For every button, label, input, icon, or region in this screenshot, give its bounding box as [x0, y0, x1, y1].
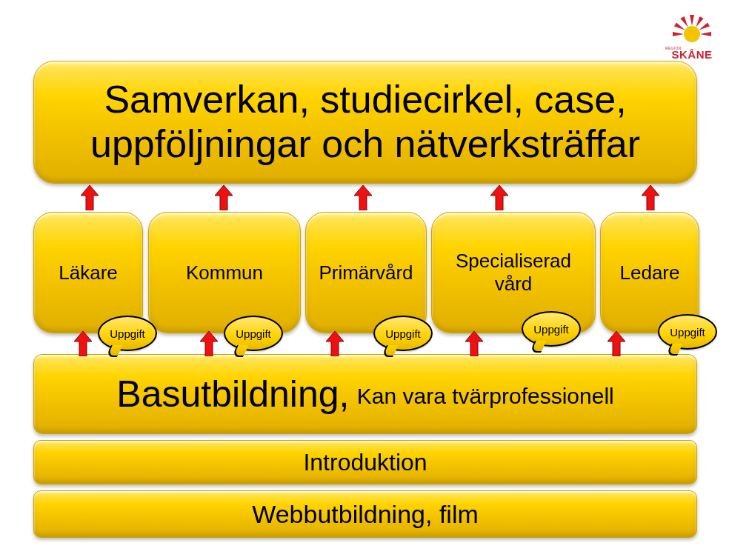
arrow-up-icon: [608, 331, 625, 356]
uppgift-bubble: Uppgift: [98, 316, 157, 351]
role-label: Primärvård: [319, 261, 413, 284]
uppgift-bubble: Uppgift: [373, 316, 433, 351]
uppgift-bubble: Uppgift: [522, 311, 581, 347]
arrow-up-icon: [74, 331, 92, 356]
svg-marker-5: [642, 185, 659, 210]
arrow-up-icon: [465, 331, 483, 356]
svg-marker-6: [74, 331, 92, 356]
webb-text: Webbutbildning, film: [252, 500, 479, 529]
svg-marker-8: [326, 331, 344, 356]
uppgift-bubble: Uppgift: [658, 314, 717, 350]
arrow-up-icon: [642, 185, 659, 210]
svg-marker-4: [490, 185, 508, 210]
top-samverkan-box: Samverkan, studiecirkel, case, uppföljni…: [33, 61, 697, 184]
top-text: Samverkan, studiecirkel, case, uppföljni…: [41, 78, 689, 167]
role-box-primarvard: Primärvård: [305, 212, 427, 333]
region-skane-logo: REGION SKÅNE: [662, 7, 722, 61]
svg-marker-9: [465, 331, 483, 356]
arrow-up-icon: [215, 185, 233, 210]
arrow-up-icon: [81, 185, 99, 210]
arrow-up-icon: [354, 185, 372, 210]
svg-marker-3: [354, 185, 372, 210]
logo-caption: SKÅNE: [662, 48, 722, 61]
base-small: Kan vara tvärprofessionell: [357, 384, 614, 408]
svg-marker-2: [215, 185, 233, 210]
svg-marker-7: [200, 331, 218, 356]
role-box-kommun: Kommun: [148, 212, 301, 333]
svg-marker-10: [608, 331, 625, 356]
introduktion-box: Introduktion: [33, 440, 697, 484]
arrow-up-icon: [490, 185, 508, 210]
basutbildning-box: Basutbildning, Kan vara tvärprofessionel…: [33, 354, 697, 434]
bubble-label: Uppgift: [385, 327, 421, 340]
role-label: Kommun: [186, 261, 263, 284]
svg-marker-1: [81, 185, 99, 210]
role-label: Specialiserad vård: [439, 250, 587, 296]
webbutbildning-box: Webbutbildning, film: [33, 490, 697, 538]
svg-point-0: [684, 26, 700, 42]
arrow-up-icon: [200, 331, 218, 356]
bubble-label: Uppgift: [670, 326, 705, 339]
bubble-label: Uppgift: [110, 327, 145, 340]
bubble-label: Uppgift: [533, 323, 569, 336]
arrow-up-icon: [326, 331, 344, 356]
intro-text: Introduktion: [303, 449, 427, 476]
bubble-label: Uppgift: [236, 327, 271, 340]
base-big: Basutbildning,: [116, 373, 349, 415]
uppgift-bubble: Uppgift: [224, 316, 283, 351]
role-label: Läkare: [59, 261, 118, 284]
role-label: Ledare: [620, 261, 680, 284]
